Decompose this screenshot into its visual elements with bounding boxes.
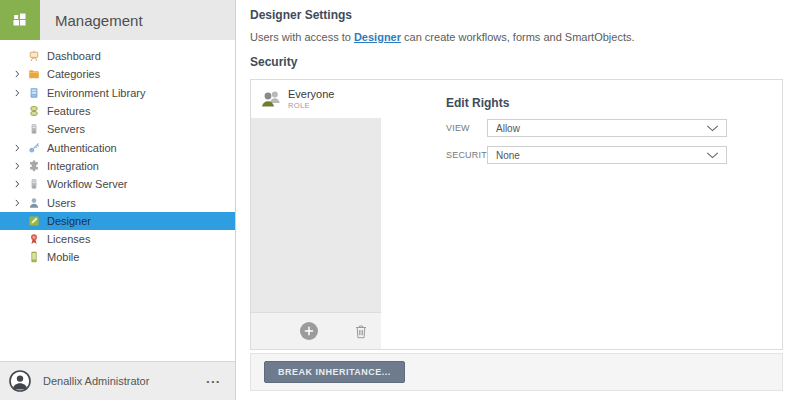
view-label: VIEW (446, 123, 487, 133)
delete-role-button[interactable] (354, 324, 368, 339)
sidebar-item-label: Environment Library (47, 87, 145, 99)
description-suffix: can create workflows, forms and SmartObj… (401, 31, 635, 43)
chevron-right-icon[interactable] (15, 144, 22, 152)
security-dropdown[interactable]: None (487, 146, 727, 164)
chevron-right-icon[interactable] (15, 199, 22, 207)
sidebar-item-label: Dashboard (47, 50, 101, 62)
inheritance-footer-bar: BREAK INHERITANCE... (250, 353, 783, 391)
view-dropdown-value: Allow (496, 123, 706, 134)
designer-pencil-icon (28, 215, 40, 227)
server-icon (28, 178, 40, 190)
sidebar-item-label: Authentication (47, 142, 117, 154)
k2-waffle-icon[interactable] (0, 0, 40, 40)
server-icon (28, 123, 40, 135)
sidebar-item-users[interactable]: Users (0, 193, 235, 211)
user-name: Denallix Administrator (43, 375, 207, 387)
sidebar-item-dashboard[interactable]: Dashboard (0, 47, 235, 65)
sidebar-item-label: Designer (47, 215, 91, 227)
library-icon (28, 87, 40, 99)
sidebar-header: Management (0, 0, 235, 40)
sidebar-item-label: Mobile (47, 251, 79, 263)
role-item-everyone[interactable]: Everyone ROLE (251, 80, 381, 118)
security-label: SECURITY (446, 150, 487, 160)
user-avatar-icon (9, 370, 31, 392)
chevron-right-icon[interactable] (15, 70, 22, 78)
sidebar-item-mobile[interactable]: Mobile (0, 248, 235, 266)
sidebar-item-servers[interactable]: Servers (0, 120, 235, 138)
sidebar-item-licenses[interactable]: Licenses (0, 230, 235, 248)
sidebar-item-categories[interactable]: Categories (0, 65, 235, 83)
sidebar-item-label: Servers (47, 123, 85, 135)
sidebar-item-label: Licenses (47, 233, 90, 245)
sidebar-item-integration[interactable]: Integration (0, 157, 235, 175)
folder-icon (28, 68, 40, 80)
role-type-badge: ROLE (288, 101, 334, 110)
security-section-title: Security (250, 55, 297, 69)
security-panel: Everyone ROLE (250, 79, 783, 350)
sidebar-item-features[interactable]: Features (0, 102, 235, 120)
sidebar-item-authentication[interactable]: Authentication (0, 138, 235, 156)
sidebar-nav: Dashboard Categories Environment Library… (0, 40, 235, 267)
designer-link[interactable]: Designer (354, 31, 401, 43)
main-content: Designer Settings Users with access to D… (236, 0, 800, 400)
sidebar: Management Dashboard Categories Environm… (0, 0, 236, 400)
sidebar-item-environment-library[interactable]: Environment Library (0, 84, 235, 102)
user-menu-ellipsis-icon[interactable]: ••• (207, 377, 221, 386)
chevron-right-icon[interactable] (15, 180, 22, 188)
mobile-phone-icon (28, 251, 40, 263)
role-list: Everyone ROLE (251, 80, 381, 349)
sidebar-item-workflow-server[interactable]: Workflow Server (0, 175, 235, 193)
view-field-row: VIEW Allow (446, 119, 768, 137)
sidebar-item-designer[interactable]: Designer (0, 212, 235, 230)
puzzle-icon (28, 160, 40, 172)
chevron-down-icon (706, 152, 719, 159)
sidebar-item-label: Workflow Server (47, 178, 127, 190)
role-list-toolbar (251, 312, 381, 349)
edit-rights-title: Edit Rights (446, 96, 509, 110)
sidebar-item-label: Features (47, 105, 90, 117)
group-icon (259, 89, 283, 109)
chevron-right-icon[interactable] (15, 89, 22, 97)
break-inheritance-button[interactable]: BREAK INHERITANCE... (264, 361, 405, 383)
sidebar-item-label: Users (47, 197, 76, 209)
dashboard-icon (28, 50, 40, 62)
license-ribbon-icon (28, 233, 40, 245)
designer-description: Users with access to Designer can create… (250, 31, 635, 43)
edit-rights-section: Edit Rights VIEW Allow SECURITY None (446, 80, 768, 349)
security-dropdown-value: None (496, 150, 706, 161)
app-title: Management (55, 12, 143, 29)
add-role-button[interactable] (300, 322, 318, 340)
sidebar-item-label: Categories (47, 68, 100, 80)
sidebar-item-label: Integration (47, 160, 99, 172)
view-dropdown[interactable]: Allow (487, 119, 727, 137)
page-title: Designer Settings (250, 8, 352, 22)
features-icon (28, 105, 40, 117)
key-icon (28, 142, 40, 154)
chevron-right-icon[interactable] (15, 162, 22, 170)
management-console: Management Dashboard Categories Environm… (0, 0, 800, 400)
user-icon (28, 197, 40, 209)
user-footer: Denallix Administrator ••• (0, 361, 235, 400)
security-field-row: SECURITY None (446, 146, 768, 164)
chevron-down-icon (706, 125, 719, 132)
description-prefix: Users with access to (250, 31, 354, 43)
role-name: Everyone (288, 88, 334, 100)
